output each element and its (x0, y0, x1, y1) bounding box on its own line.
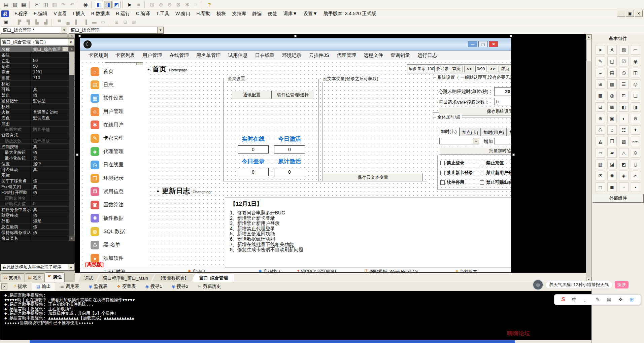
separator[interactable] (78, 1, 80, 8)
property-row[interactable]: 最大化按钮 …假 (0, 149, 75, 155)
first-page-button[interactable]: 首页 (450, 66, 463, 72)
left-panel-tab[interactable]: ☛ 属性 (45, 272, 65, 282)
property-row[interactable]: 禁止 …假 (0, 92, 75, 98)
sidebar-item[interactable]: ▤ 日志 (84, 78, 150, 92)
form-menu-item[interactable]: 查询销量 (387, 51, 414, 60)
frame-component-icon[interactable]: ▣ (607, 114, 617, 123)
property-value[interactable]: …假 (31, 190, 75, 195)
solid-component-icon[interactable]: ◼ (607, 182, 617, 192)
same-width-icon[interactable]: ▭ (99, 19, 107, 26)
checkbox[interactable] (480, 161, 484, 165)
sidebar-item[interactable]: ⚄ 试用信息 (84, 185, 150, 198)
separator[interactable] (202, 1, 204, 8)
property-row[interactable]: 顶边 …50 (0, 64, 75, 69)
menu-item[interactable]: E.编辑 (31, 10, 50, 18)
refresh-component-icon[interactable]: ♺ (596, 125, 605, 135)
property-value[interactable]: …假 (31, 149, 75, 155)
output-console[interactable]: ◆.易语言助手提醒您:▼▼▼▼▼助手正在加载中，请看到加载插件完毕后在执行其他操… (0, 291, 591, 340)
separator[interactable] (91, 1, 93, 8)
property-row[interactable]: 底色 …默认底色 (0, 115, 75, 121)
form-menu-item[interactable]: 代理管理 (333, 51, 360, 60)
menu-item[interactable]: B.数据库 (88, 10, 113, 18)
separator[interactable] (29, 1, 31, 8)
menu-item[interactable]: H.帮助 (193, 10, 213, 18)
same-bottom-icon[interactable]: ▄ (64, 19, 72, 26)
property-value[interactable]: …真 (31, 144, 75, 149)
align-right-icon[interactable]: ▜ (24, 19, 32, 26)
align-bottom-icon[interactable]: ▟ (42, 19, 50, 26)
plugin-component-icon[interactable]: ✺ (607, 171, 617, 180)
property-value[interactable]: …假 (31, 230, 75, 235)
bottom-tab[interactable]: ◉ 搜寻2 (167, 282, 193, 291)
statusbar-component-icon[interactable]: ⊠ (607, 102, 617, 112)
bottom-tab[interactable]: ◉ 搜寻1 (141, 282, 167, 291)
property-value[interactable]: … (31, 235, 75, 241)
bottom-tab[interactable]: ◉ 监视表 (84, 282, 112, 291)
property-row[interactable]: 备注 … (0, 52, 75, 58)
property-row[interactable]: 标记 … (0, 81, 75, 87)
bottom-tab[interactable]: ▤ 输出 (32, 282, 55, 291)
workspace-scrollbar[interactable]: ▲ ▼ (586, 34, 591, 282)
bulk-tab[interactable]: 加时(用户) (481, 128, 507, 136)
step-out-icon[interactable]: ⊠ (174, 1, 182, 8)
corner-component-icon[interactable]: ◪ (607, 160, 617, 169)
property-value[interactable]: …真 (31, 87, 75, 92)
bottom-tab[interactable]: ✂ 剪辑历史 (194, 282, 226, 291)
sidebar-item[interactable]: ♺ 黑·名单 (84, 238, 150, 252)
editbox-component-icon[interactable]: ✎ (596, 57, 605, 66)
workspace-tab[interactable]: 【常量数据表】 (152, 274, 195, 282)
property-row[interactable]: 高度 …710 (0, 75, 75, 81)
checkbox[interactable] (440, 180, 445, 185)
property-value[interactable]: …1281 (31, 69, 75, 75)
sidebar-item[interactable]: ✱ 在线用户 (84, 118, 150, 132)
property-row[interactable]: 播放次数 …循环播放 (0, 138, 75, 144)
ime-skin-icon[interactable]: ❖ (618, 297, 622, 303)
resize-handle[interactable] (510, 35, 512, 37)
window-component-icon[interactable]: ❏ (631, 91, 640, 100)
menu-item[interactable]: I.插入 (70, 10, 88, 18)
breakpoint-icon[interactable]: ✱ (183, 1, 191, 8)
cut-icon[interactable]: ✂ (33, 1, 41, 8)
property-row[interactable]: 边框 …普通固定边框 (0, 109, 75, 115)
workspace-tab[interactable]: 调试 (78, 274, 99, 282)
sidebar-item[interactable]: ▣ 函数算法 (84, 198, 150, 212)
window-control-button[interactable]: — (617, 10, 625, 17)
center-vertical-icon[interactable]: ⊠ (130, 19, 138, 26)
property-value[interactable]: …真 (31, 155, 75, 161)
sidebar-item[interactable]: ✎ 卡密管理 (84, 132, 150, 145)
property-row[interactable]: 宽度 …1281 (0, 69, 75, 75)
bulk-apply-button[interactable]: 批量加时/点 (439, 147, 511, 155)
step-over-icon[interactable]: ⊖ (166, 1, 174, 8)
groupbox-component-icon[interactable]: ▢ (607, 57, 617, 66)
bulk-tab[interactable]: 加点(用户) (507, 128, 511, 136)
property-value[interactable]: …假 (31, 92, 75, 98)
property-row[interactable]: 总在最前 …假 (0, 224, 75, 230)
stop-icon[interactable]: ■ (135, 1, 143, 8)
bulk-tab[interactable]: 加时(卡) (438, 127, 460, 136)
clock-component-icon[interactable]: ◷ (619, 68, 629, 77)
redo-icon[interactable]: ↷ (59, 1, 67, 8)
sidebar-item[interactable]: ◍ SQL 数据 (84, 225, 150, 238)
property-value[interactable]: …真 (31, 207, 75, 212)
form-menu-item[interactable]: 运行日志 (414, 51, 441, 60)
checkbox[interactable] (440, 161, 445, 165)
hotkey-component-icon[interactable]: ◎ (631, 79, 640, 89)
event-handler-selector[interactable]: 在此处选择加入事件处理子程序 (1, 264, 74, 271)
bar-component-icon[interactable]: ▰ (607, 148, 617, 158)
find-icon[interactable]: ◉ (81, 1, 90, 8)
property-value[interactable]: …居中 (31, 161, 75, 166)
checkbox[interactable] (440, 171, 445, 175)
menu-item[interactable]: 支持库 (229, 10, 249, 18)
shape-component-icon[interactable]: ▱ (596, 148, 605, 158)
property-value[interactable]: …默认底色 (31, 115, 75, 121)
layout-split-icon[interactable]: ◨ (104, 1, 112, 8)
bottom-tab[interactable]: ❖ 变量表 (112, 282, 140, 291)
separator[interactable] (122, 1, 124, 8)
checkbox-component-icon[interactable]: ☑ (619, 57, 629, 66)
property-value[interactable]: …假 (31, 224, 75, 229)
property-value[interactable]: …50 (31, 58, 75, 63)
property-value[interactable]: …窗口_综合管理 (31, 46, 75, 52)
progress-component-icon[interactable]: ◍ (607, 91, 617, 100)
property-value[interactable]: …普通固定边框 (31, 109, 75, 115)
sidebar-item[interactable]: ☺ 用户管理 (84, 105, 150, 118)
